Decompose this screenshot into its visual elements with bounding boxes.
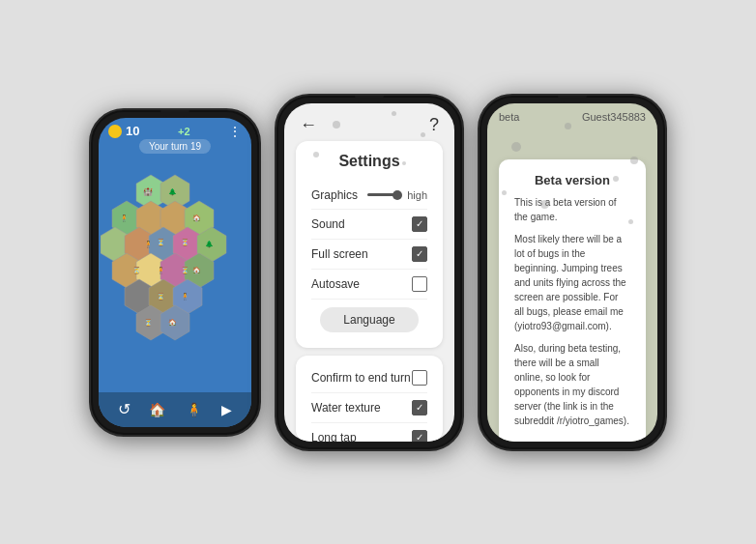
svg-text:🏠: 🏠 (191, 214, 200, 222)
beta-content: Beta version This is a beta version of t… (487, 130, 657, 442)
beta-card-text3: Also, during beta testing, there will be… (514, 341, 630, 428)
confirm-row: Confirm to end turn (311, 363, 427, 393)
svg-text:🧍: 🧍 (119, 214, 128, 222)
svg-text:🌲: 🌲 (204, 240, 213, 248)
notch-2 (355, 96, 384, 102)
settings-main-card: Settings Graphics high (296, 141, 443, 348)
sound-label: Sound (311, 217, 345, 231)
svg-text:⏳: ⏳ (180, 238, 189, 246)
beta-card-text2: Most likely there will be a lot of bugs … (514, 232, 630, 333)
phone-settings: ← ? Settings Graphics high (275, 94, 464, 451)
beta-screen: beta Guest345883 Beta version This is a … (487, 103, 657, 442)
notch-3 (558, 96, 587, 102)
beta-label: beta (499, 111, 519, 123)
confirm-label: Confirm to end turn (311, 371, 411, 385)
back-button[interactable]: ← (300, 115, 317, 135)
beta-card-text1: This is a beta version of the game. (514, 195, 630, 224)
svg-text:⏳: ⏳ (143, 318, 152, 327)
autosave-label: Autosave (311, 277, 360, 291)
help-button[interactable]: ? (429, 115, 439, 135)
undo-icon[interactable]: ↺ (112, 398, 135, 421)
coin-count: 10 (126, 124, 139, 138)
sound-checkbox[interactable] (412, 216, 427, 232)
income-badge: +2 (178, 126, 190, 137)
water-label: Water texture (311, 401, 381, 415)
svg-text:⏳: ⏳ (156, 238, 164, 246)
unit-icon[interactable]: 🧍 (183, 399, 204, 420)
coin-area: 10 (108, 124, 139, 138)
graphics-label: Graphics (311, 188, 358, 202)
coin-icon (108, 125, 122, 138)
menu-dots-icon[interactable]: ⋮ (228, 124, 242, 139)
settings-screen: ← ? Settings Graphics high (284, 103, 454, 442)
game-footer: ↺ 🏠 🧍 ▶ (99, 392, 251, 427)
home-icon[interactable]: 🏠 (146, 399, 167, 420)
svg-text:🏰: 🏰 (143, 186, 153, 196)
fullscreen-checkbox[interactable] (412, 246, 427, 262)
next-icon[interactable]: ▶ (215, 398, 238, 421)
longtap-label: Long tap (311, 431, 357, 442)
hex-map[interactable]: 🏰 🌲 🧍 🏠 🧍 ⏳ ⏳ 🌲 ⏳ 🧍 ⏳ 🏠 ⏳ 🧍 (99, 141, 251, 392)
svg-text:🏠: 🏠 (167, 318, 176, 327)
svg-text:⏳: ⏳ (156, 292, 164, 301)
fullscreen-row: Full screen (311, 240, 427, 270)
svg-text:🧍: 🧍 (180, 292, 189, 301)
graphics-value: high (407, 189, 427, 201)
svg-text:🧍: 🧍 (156, 266, 164, 274)
settings-extra-card: Confirm to end turn Water texture Long t… (296, 356, 443, 442)
beta-header: beta Guest345883 (487, 103, 657, 130)
svg-text:🏠: 🏠 (191, 266, 200, 274)
svg-text:🌲: 🌲 (167, 187, 176, 196)
settings-title: Settings (311, 153, 427, 170)
sound-row: Sound (311, 210, 427, 240)
water-checkbox[interactable] (412, 400, 427, 415)
game-screen: 10 +2 ⋮ Your turn 19 (99, 118, 251, 427)
phone-game: 10 +2 ⋮ Your turn 19 (89, 108, 261, 437)
water-row: Water texture (311, 393, 427, 423)
autosave-row: Autosave (311, 270, 427, 300)
notch-1 (160, 110, 189, 117)
graphics-row: Graphics high (311, 182, 427, 210)
svg-text:🧍: 🧍 (143, 240, 152, 248)
graphics-slider[interactable]: high (367, 189, 427, 201)
fullscreen-label: Full screen (311, 247, 368, 261)
beta-user: Guest345883 (582, 111, 646, 123)
game-header: 10 +2 ⋮ Your turn 19 (99, 118, 251, 141)
language-button[interactable]: Language (320, 307, 418, 332)
svg-text:⏳: ⏳ (180, 266, 189, 274)
longtap-checkbox[interactable] (412, 430, 427, 442)
longtap-row: Long tap (311, 423, 427, 442)
svg-text:⏳: ⏳ (131, 266, 140, 274)
confirm-checkbox[interactable] (412, 370, 427, 386)
beta-card: Beta version This is a beta version of t… (499, 159, 646, 442)
phone-beta: beta Guest345883 Beta version This is a … (478, 94, 667, 451)
settings-header: ← ? (284, 103, 454, 141)
autosave-checkbox[interactable] (412, 276, 427, 292)
